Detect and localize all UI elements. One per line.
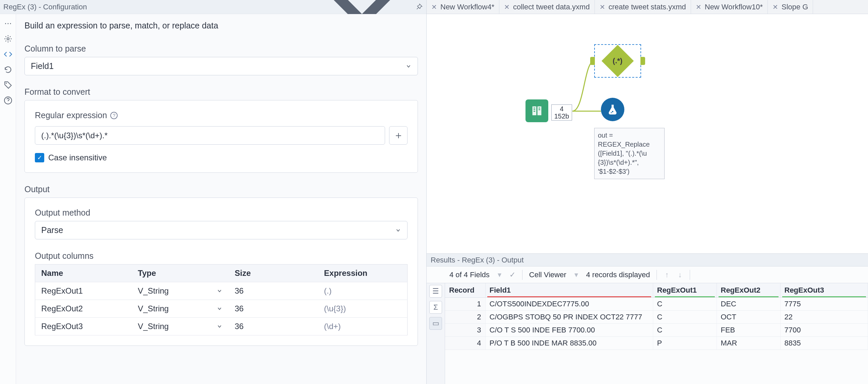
tab-label: create tweet stats.yxmd [609,3,686,11]
text-input-tool[interactable] [526,99,548,122]
table-row[interactable]: 4P/O T B 500 INDE MAR 8835.00PMAR8835 [445,337,868,350]
table-row[interactable]: 3C/O T S 500 INDE FEB 7700.00CFEB7700 [445,324,868,337]
close-icon[interactable]: ✕ [696,3,702,11]
badge-size: 152b [554,112,569,120]
column-to-parse-label: Column to parse [25,44,418,54]
formula-tool-icon [601,98,624,121]
field1-cell: C/OTS500INDEXDEC7775.00 [485,298,653,311]
regexout3-cell: 8835 [780,337,868,350]
chevron-down-icon [395,227,401,233]
caret-down-icon[interactable]: ▾ [573,271,580,279]
tab-label: Slope G [781,3,808,11]
tab[interactable]: ✕New Workflow10* [691,0,768,14]
table-row[interactable]: 2C/OGBPS STOBQ 50 PR INDEX OCT22 7777COC… [445,311,868,324]
oc-name[interactable]: RegExOut3 [35,318,132,336]
record-header[interactable]: Record [445,283,485,298]
tab[interactable]: ✕Slope G [768,0,813,14]
configuration-panel: RegEx (3) - Configuration ⋯ [0,0,427,384]
close-icon[interactable]: ✕ [599,3,605,11]
regex-label: Regular expression [35,110,107,120]
close-icon[interactable]: ✕ [431,3,437,11]
code-icon[interactable] [4,50,12,59]
chevron-down-icon [217,288,222,294]
oc-name[interactable]: RegExOut1 [35,282,132,300]
regexout1-cell: C [653,298,716,311]
fields-count[interactable]: 4 of 4 Fields [450,271,490,279]
column-to-parse-value: Field1 [31,61,54,71]
config-content: Build an expression to parse, match, or … [16,14,426,384]
list-view-icon[interactable]: ☰ [429,285,442,298]
config-header: RegEx (3) - Configuration [0,0,426,14]
results-panel: Results - RegEx (3) - Output 4 of 4 Fiel… [427,253,868,384]
tag-icon[interactable] [4,81,12,90]
oc-type[interactable]: V_String [132,300,228,318]
format-to-convert-label: Format to convert [25,87,418,97]
formula-tool[interactable] [601,98,624,121]
table-row[interactable]: RegExOut2V_String36(\u{3}) [35,300,407,318]
more-icon[interactable]: ⋯ [4,19,12,28]
regexout2-cell: DEC [716,298,780,311]
sum-view-icon[interactable]: Σ [429,301,442,314]
regexout1-header[interactable]: RegExOut1 [653,283,716,298]
page-view-icon[interactable]: ▭ [429,317,442,330]
tab[interactable]: ✕create tweet stats.yxmd [595,0,691,14]
table-row[interactable]: RegExOut3V_String36(\d+) [35,318,407,336]
close-icon[interactable]: ✕ [773,3,778,11]
tab-label: New Workflow10* [705,3,763,11]
oc-name[interactable]: RegExOut2 [35,300,132,318]
arrow-down-icon[interactable]: ↓ [677,271,683,279]
results-table: Record Field1 RegExOut1 RegExOut2 RegExO… [445,283,868,350]
oc-size[interactable]: 36 [228,282,318,300]
help-tooltip-icon[interactable]: ? [110,112,118,119]
gear-icon[interactable] [4,34,12,43]
workflow-canvas[interactable]: 4 152b (.*) out = REGEX_Replace ([Field1… [427,14,868,253]
chevron-down-icon [217,306,222,312]
checkbox-checked-icon: ✓ [35,153,44,162]
oc-expr: (\d+) [318,318,407,336]
output-method-value: Parse [41,225,63,235]
record-number: 4 [445,337,485,350]
arrow-up-icon[interactable]: ↑ [663,271,670,279]
add-expression-button[interactable]: ＋ [389,126,407,145]
field1-cell: P/O T B 500 INDE MAR 8835.00 [485,337,653,350]
refresh-icon[interactable] [4,65,12,74]
record-number: 1 [445,298,485,311]
field1-cell: C/O T S 500 INDE FEB 7700.00 [485,324,653,337]
tool-annotation: out = REGEX_Replace ([Field1], "(.).*(\u… [594,128,664,179]
oc-size[interactable]: 36 [228,318,318,336]
table-row[interactable]: 1C/OTS500INDEXDEC7775.00CDEC7775 [445,298,868,311]
oc-size[interactable]: 36 [228,300,318,318]
regexout2-cell: OCT [716,311,780,324]
regexout3-header[interactable]: RegExOut3 [780,283,868,298]
regex-input[interactable] [35,126,385,145]
output-columns-table: Name Type Size Expression RegExOut1V_Str… [35,264,407,336]
oc-type[interactable]: V_String [132,282,228,300]
field1-header[interactable]: Field1 [485,283,653,298]
chevron-down-icon [217,323,222,329]
svg-point-4 [611,112,612,113]
regexout2-header[interactable]: RegExOut2 [716,283,780,298]
tab[interactable]: ✕collect tweet data.yxmd [499,0,595,14]
help-icon[interactable] [4,96,12,105]
close-icon[interactable]: ✕ [504,3,510,11]
tab-bar: ✕New Workflow4*✕collect tweet data.yxmd✕… [427,0,868,14]
table-row[interactable]: RegExOut1V_String36(.) [35,282,407,300]
output-columns-label: Output columns [35,251,407,261]
tab-label: New Workflow4* [440,3,494,11]
tab-label: collect tweet data.yxmd [513,3,590,11]
check-icon[interactable]: ✓ [509,271,516,279]
cell-viewer-button[interactable]: Cell Viewer [529,271,566,279]
case-insensitive-checkbox-row[interactable]: ✓ Case insensitive [35,153,407,162]
output-method-label: Output method [35,208,407,218]
caret-down-icon[interactable]: ▾ [496,271,503,279]
regex-tool[interactable]: (.*) [594,44,641,78]
tab[interactable]: ✕New Workflow4* [427,0,499,14]
svg-point-3 [612,111,613,112]
output-method-select[interactable]: Parse [35,221,407,239]
pin-icon[interactable] [415,3,423,11]
input-anchor-icon [590,57,595,65]
column-to-parse-select[interactable]: Field1 [25,57,418,75]
svg-point-1 [5,83,6,84]
oc-expr: (\u{3}) [318,300,407,318]
oc-type[interactable]: V_String [132,318,228,336]
